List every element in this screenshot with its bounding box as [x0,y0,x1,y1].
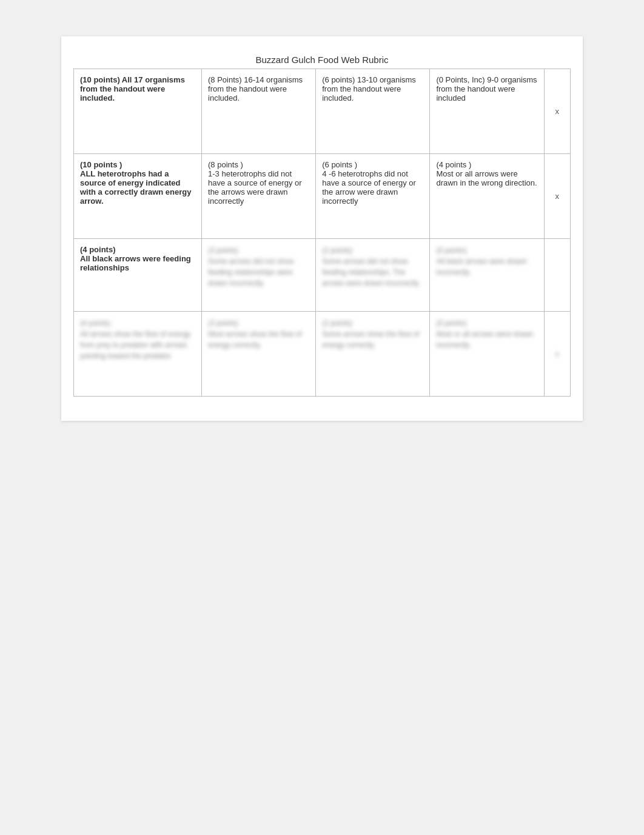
table-row: (4 points) All black arrows were feeding… [74,239,571,312]
cell-row1-col1: (10 points) All 17 organisms from the ha… [74,69,202,154]
cell-row1-score: x [544,69,570,154]
cell-row3-col4: (0 points) All black arrows were drawn i… [430,239,544,312]
cell-row4-col3: (2 points) Some arrows show the flow of … [316,312,430,397]
table-row: (10 points) All 17 organisms from the ha… [74,69,571,154]
cell-row2-score: x [544,154,570,239]
cell-row1-col3: (6 points) 13-10 organisms from the hand… [316,69,430,154]
cell-row2-col3: (6 points ) 4 -6 heterotrophs did not ha… [316,154,430,239]
cell-row3-col1: (4 points) All black arrows were feeding… [74,239,202,312]
cell-row4-score: x [544,312,570,397]
cell-row4-col4: (0 points) Most or all arrows were drawn… [430,312,544,397]
cell-row4-col2: (3 points) Most arrows show the flow of … [202,312,316,397]
rubric-table: (10 points) All 17 organisms from the ha… [73,69,571,397]
cell-row3-col3: (2 points) Some arrows did not show feed… [316,239,430,312]
table-row: (10 points ) ALL heterotrophs had a sour… [74,154,571,239]
cell-row2-col2: (8 points ) 1-3 heterotrophs did not hav… [202,154,316,239]
cell-row2-col4: (4 points ) Most or all arrows were draw… [430,154,544,239]
cell-row1-col4: (0 Points, Inc) 9-0 organisms from the h… [430,69,544,154]
cell-row3-col2: (3 points) Some arrows did not show feed… [202,239,316,312]
cell-row3-score [544,239,570,312]
table-title: Buzzard Gulch Food Web Rubric [73,55,571,65]
cell-row2-col1: (10 points ) ALL heterotrophs had a sour… [74,154,202,239]
cell-row4-col1: (4 points) All arrows show the flow of e… [74,312,202,397]
cell-row1-col2: (8 Points) 16-14 organisms from the hand… [202,69,316,154]
page: Buzzard Gulch Food Web Rubric (10 points… [61,36,583,421]
table-row: (4 points) All arrows show the flow of e… [74,312,571,397]
